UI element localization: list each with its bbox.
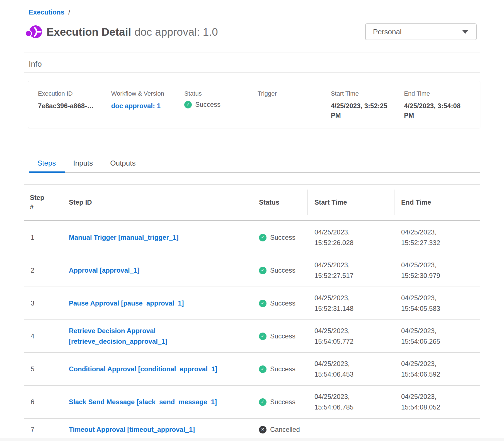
- table-row: 6 Slack Send Message [slack_send_message…: [24, 386, 480, 418]
- status-badge: ✓ Success: [259, 331, 305, 341]
- step-number-cell: 2: [24, 254, 62, 287]
- info-field-start-time: Start Time 4/25/2023, 3:52:25 PM: [331, 90, 401, 120]
- step-end-time-cell: 04/25/2023,15:54:06.592: [394, 353, 480, 386]
- status-text: Success: [270, 331, 295, 341]
- step-start-time-cell: 04/25/2023,15:52:31.148: [307, 287, 394, 320]
- success-icon: ✓: [184, 101, 192, 108]
- success-icon: ✓: [259, 267, 266, 274]
- execution-id-label: Execution ID: [38, 90, 108, 97]
- step-end-time-cell: 04/25/2023,15:52:30.979: [394, 254, 480, 287]
- page-header: Execution Detaildoc approval: 1.0 Person…: [24, 23, 480, 41]
- breadcrumb-separator: /: [68, 8, 70, 16]
- steps-table-header: Step # Step ID Status Start Time End Tim…: [24, 184, 480, 221]
- footer-strip: [0, 438, 504, 441]
- table-row: 7 Timeout Approval [timeout_approval_1] …: [24, 418, 480, 441]
- step-status-cell: ✓ Success: [252, 254, 307, 287]
- col-header-start-time: Start Time: [307, 184, 394, 221]
- status-text: Success: [270, 397, 295, 407]
- info-card: Execution ID 7e8ac396-a868-… Workflow & …: [28, 81, 480, 128]
- step-number-cell: 3: [24, 287, 62, 320]
- steps-table: Step # Step ID Status Start Time End Tim…: [24, 184, 480, 441]
- success-icon: ✓: [259, 300, 266, 307]
- table-row: 4 Retrieve Decision Approval [retrieve_d…: [24, 320, 480, 353]
- table-row: 3 Pause Approval [pause_approval_1] ✓ Su…: [24, 287, 480, 320]
- info-section-heading: Info: [29, 60, 480, 69]
- step-id-link[interactable]: Approval [approval_1]: [69, 265, 139, 276]
- info-field-end-time: End Time 4/25/2023, 3:54:08 PM: [404, 90, 474, 120]
- success-icon: ✓: [259, 398, 266, 406]
- step-start-time-cell: 04/25/2023,15:54:06.785: [307, 386, 394, 418]
- step-id-cell: Slack Send Message [slack_send_message_1…: [62, 386, 252, 418]
- table-row: 5 Conditional Approval [conditional_appr…: [24, 353, 480, 386]
- step-start-time-cell: 04/25/2023,15:52:27.517: [307, 254, 394, 287]
- step-start-time-cell: 04/25/2023,15:52:26.028: [307, 221, 394, 254]
- col-header-step-num: Step #: [24, 184, 62, 221]
- status-value: Success: [195, 101, 220, 108]
- info-field-status: Status ✓ Success: [184, 90, 255, 120]
- col-header-end-time: End Time: [394, 184, 480, 221]
- step-id-cell: Approval [approval_1]: [62, 254, 252, 287]
- info-field-execution-id: Execution ID 7e8ac396-a868-…: [38, 90, 108, 120]
- status-badge: ✕ Cancelled: [259, 424, 305, 435]
- step-status-cell: ✕ Cancelled: [252, 418, 307, 441]
- step-number-cell: 1: [24, 221, 62, 254]
- step-number-cell: 5: [24, 353, 62, 386]
- step-end-time-cell: 04/25/2023,15:52:27.332: [394, 221, 480, 254]
- step-start-time-cell: 04/25/2023,15:54:06.453: [307, 353, 394, 386]
- info-field-workflow-version: Workflow & Version doc approval: 1: [111, 90, 182, 120]
- step-number-cell: 4: [24, 320, 62, 353]
- step-start-time-cell: 04/25/2023,15:54:05.772: [307, 320, 394, 353]
- step-status-cell: ✓ Success: [252, 353, 307, 386]
- trigger-label: Trigger: [258, 90, 328, 97]
- status-badge: ✓ Success: [259, 364, 305, 374]
- tab-inputs[interactable]: Inputs: [65, 156, 102, 172]
- tab-steps[interactable]: Steps: [29, 156, 65, 172]
- execution-id-value: 7e8ac396-a868-…: [38, 101, 98, 111]
- status-text: Cancelled: [270, 424, 300, 435]
- step-id-link[interactable]: Conditional Approval [conditional_approv…: [69, 364, 217, 374]
- step-id-cell: Pause Approval [pause_approval_1]: [62, 287, 252, 320]
- start-time-value: 4/25/2023, 3:52:25 PM: [331, 101, 391, 120]
- status-text: Success: [270, 265, 295, 276]
- step-id-link[interactable]: Timeout Approval [timeout_approval_1]: [69, 424, 195, 435]
- detail-tabs: Steps Inputs Outputs: [29, 156, 480, 173]
- step-id-link[interactable]: Retrieve Decision Approval [retrieve_dec…: [69, 326, 244, 347]
- start-time-label: Start Time: [331, 90, 401, 97]
- status-badge: ✓ Success: [259, 265, 305, 276]
- step-status-cell: ✓ Success: [252, 221, 307, 254]
- step-id-cell: Conditional Approval [conditional_approv…: [62, 353, 252, 386]
- step-id-cell: Timeout Approval [timeout_approval_1]: [62, 418, 252, 441]
- step-end-time-cell: 04/25/2023,15:54:08.052: [394, 386, 480, 418]
- info-field-trigger: Trigger: [258, 90, 328, 120]
- step-status-cell: ✓ Success: [252, 386, 307, 418]
- workflow-version-link[interactable]: doc approval: 1: [111, 101, 171, 111]
- status-badge: ✓ Success: [259, 232, 305, 243]
- info-divider: [24, 72, 480, 73]
- status-text: Success: [270, 298, 295, 309]
- step-id-link[interactable]: Pause Approval [pause_approval_1]: [69, 298, 184, 309]
- table-row: 1 Manual Trigger [manual_trigger_1] ✓ Su…: [24, 221, 480, 254]
- status-badge: ✓ Success: [184, 101, 255, 108]
- status-badge: ✓ Success: [259, 298, 305, 309]
- page-subtitle: doc approval: 1.0: [134, 26, 218, 38]
- step-id-cell: Manual Trigger [manual_trigger_1]: [62, 221, 252, 254]
- breadcrumb-executions-link[interactable]: Executions: [29, 8, 64, 16]
- status-text: Success: [270, 364, 295, 374]
- status-label: Status: [184, 90, 255, 97]
- step-number-cell: 7: [24, 418, 62, 441]
- step-end-time-cell: 04/25/2023,15:54:06.265: [394, 320, 480, 353]
- header-divider: [24, 52, 480, 52]
- chevron-down-icon: [462, 30, 468, 34]
- page-title: Execution Detail: [47, 26, 131, 38]
- col-header-status: Status: [252, 184, 307, 221]
- end-time-label: End Time: [404, 90, 474, 97]
- step-end-time-cell: [394, 418, 480, 441]
- step-start-time-cell: [307, 418, 394, 441]
- status-badge: ✓ Success: [259, 397, 305, 407]
- tab-outputs[interactable]: Outputs: [101, 156, 144, 172]
- step-id-link[interactable]: Manual Trigger [manual_trigger_1]: [69, 232, 178, 243]
- success-icon: ✓: [259, 333, 266, 340]
- step-id-link[interactable]: Slack Send Message [slack_send_message_1…: [69, 397, 217, 407]
- workspace-dropdown[interactable]: Personal: [365, 23, 477, 40]
- status-text: Success: [270, 232, 295, 243]
